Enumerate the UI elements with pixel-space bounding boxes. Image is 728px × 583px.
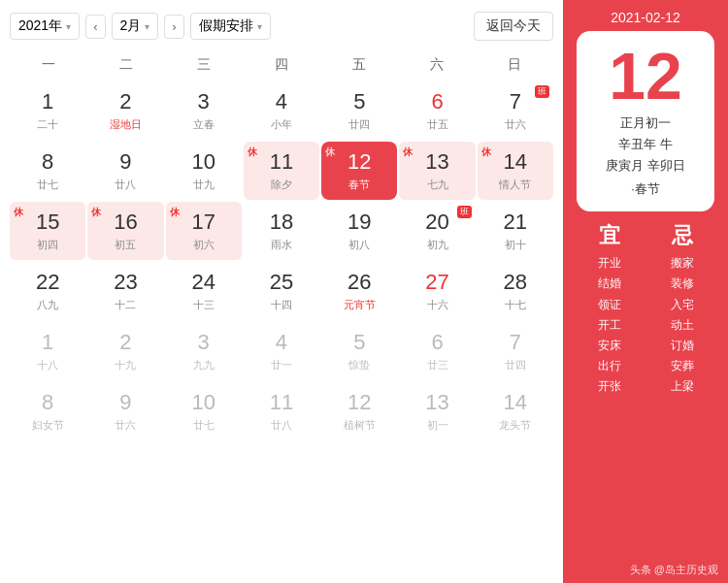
day-cell[interactable]: 2湿地日	[87, 81, 163, 140]
month-selector[interactable]: 2月 ▾	[112, 13, 159, 40]
day-cell[interactable]: 19初八	[321, 202, 397, 260]
day-cell[interactable]: 10廿七	[166, 382, 242, 440]
lunar-line3: 庚寅月 辛卯日	[606, 155, 685, 177]
day-cell[interactable]: 9廿六	[87, 382, 163, 440]
day-cell[interactable]: 12植树节	[321, 382, 397, 440]
day-cell[interactable]: 11廿八	[244, 382, 319, 440]
day-cell[interactable]: 13初一	[399, 382, 475, 440]
day-cell[interactable]: 1二十	[10, 81, 85, 140]
day-lunar: 廿一	[271, 358, 292, 372]
day-lunar: 初九	[427, 238, 448, 252]
day-number: 9	[119, 390, 131, 415]
day-cell[interactable]: 5惊蛰	[321, 322, 397, 380]
day-cell[interactable]: 14龙头节	[478, 382, 553, 440]
weekday-cell: 日	[476, 52, 553, 78]
day-number: 6	[431, 330, 443, 355]
ji-item: 动土	[671, 316, 694, 335]
day-cell[interactable]: 休13七九	[399, 142, 475, 200]
day-cell[interactable]: 2十九	[87, 322, 163, 380]
day-lunar: 情人节	[499, 178, 531, 192]
day-lunar: 初十	[505, 238, 526, 252]
day-tag: 休	[403, 146, 413, 159]
sidebar-big-date-card: 12 正月初一 辛丑年 牛 庚寅月 辛卯日 ·春节	[577, 31, 714, 211]
day-cell[interactable]: 28十七	[478, 262, 553, 320]
day-number: 2	[119, 89, 131, 114]
day-cell[interactable]: 18雨水	[244, 202, 319, 260]
prev-month-button[interactable]: ‹	[85, 15, 105, 39]
yi-column: 开业结婚领证开工安床出行开张	[598, 254, 621, 396]
ji-item: 装修	[671, 275, 694, 293]
day-number: 12	[347, 149, 371, 175]
day-lunar: 二十	[37, 117, 58, 132]
yi-item: 开业	[598, 254, 621, 273]
day-lunar: 廿五	[427, 117, 448, 132]
day-cell[interactable]: 6廿五	[399, 81, 475, 140]
day-number: 26	[347, 270, 371, 295]
day-lunar: 十四	[271, 298, 292, 312]
weekday-cell: 四	[243, 52, 320, 78]
calendar-section: 2021年 ▾ ‹ 2月 ▾ › 假期安排 ▾ 返回今天 一二三四五六日 1二十…	[0, 0, 563, 583]
sidebar-date-header: 2021-02-12	[563, 0, 728, 31]
day-cell[interactable]: 3立春	[166, 81, 242, 140]
year-label: 2021年	[18, 17, 62, 35]
day-number: 14	[504, 149, 527, 175]
year-dropdown-arrow: ▾	[66, 21, 71, 32]
day-cell[interactable]: 26元宵节	[321, 262, 397, 320]
year-selector[interactable]: 2021年 ▾	[10, 13, 80, 40]
day-cell[interactable]: 休11除夕	[244, 142, 319, 200]
day-cell[interactable]: 休12春节	[321, 142, 397, 200]
day-number: 1	[42, 89, 53, 114]
holiday-selector[interactable]: 假期安排 ▾	[190, 13, 271, 40]
day-lunar: 廿八	[115, 178, 136, 192]
day-number: 7	[510, 330, 521, 355]
day-number: 19	[347, 210, 371, 235]
day-lunar: 初六	[193, 238, 215, 252]
yiji-header: 宜 忌	[573, 221, 718, 250]
day-cell[interactable]: 21初十	[478, 202, 553, 260]
day-lunar: 廿四	[505, 358, 526, 372]
day-cell[interactable]: 8妇女节	[10, 382, 85, 440]
day-cell[interactable]: 5廿四	[321, 81, 397, 140]
day-cell[interactable]: 休16初五	[87, 202, 163, 260]
day-cell[interactable]: 班20初九	[399, 202, 475, 260]
day-badge: 班	[535, 85, 549, 98]
day-lunar: 十八	[37, 358, 58, 372]
day-lunar: 雨水	[271, 238, 292, 252]
day-cell[interactable]: 24十三	[166, 262, 242, 320]
day-cell[interactable]: 4小年	[244, 81, 319, 140]
day-cell[interactable]: 27十六	[399, 262, 475, 320]
day-cell[interactable]: 10廿九	[166, 142, 242, 200]
day-cell[interactable]: 7廿四	[478, 322, 553, 380]
day-cell[interactable]: 休15初四	[10, 202, 85, 260]
day-cell[interactable]: 1十八	[10, 322, 85, 380]
day-cell[interactable]: 班7廿六	[478, 81, 553, 140]
day-number: 4	[276, 330, 287, 355]
sidebar-event: ·春节	[631, 180, 660, 198]
return-today-button[interactable]: 返回今天	[474, 12, 553, 41]
day-lunar: 立春	[193, 117, 215, 132]
day-cell[interactable]: 6廿三	[399, 322, 475, 380]
day-cell[interactable]: 8廿七	[10, 142, 85, 200]
day-tag: 休	[248, 146, 257, 159]
weekday-cell: 一	[10, 52, 87, 78]
holiday-label: 假期安排	[199, 17, 253, 35]
next-month-button[interactable]: ›	[164, 15, 183, 39]
days-grid: 1二十2湿地日3立春4小年5廿四6廿五班7廿六8廿七9廿八10廿九休11除夕休1…	[10, 81, 553, 440]
day-cell[interactable]: 22八九	[10, 262, 85, 320]
day-cell[interactable]: 23十二	[87, 262, 163, 320]
lunar-line1: 正月初一	[606, 113, 685, 134]
day-lunar: 元宵节	[344, 298, 376, 312]
day-cell[interactable]: 9廿八	[87, 142, 163, 200]
yi-item: 开工	[598, 316, 621, 335]
day-number: 8	[42, 149, 53, 175]
day-number: 13	[425, 390, 448, 415]
day-cell[interactable]: 休14情人节	[478, 142, 553, 200]
day-number: 21	[504, 210, 527, 235]
day-cell[interactable]: 25十四	[244, 262, 319, 320]
day-lunar: 初一	[427, 418, 448, 433]
day-cell[interactable]: 3九九	[166, 322, 242, 380]
day-tag: 休	[14, 206, 23, 219]
day-cell[interactable]: 4廿一	[244, 322, 319, 380]
day-lunar: 廿六	[505, 117, 526, 132]
day-cell[interactable]: 休17初六	[166, 202, 242, 260]
